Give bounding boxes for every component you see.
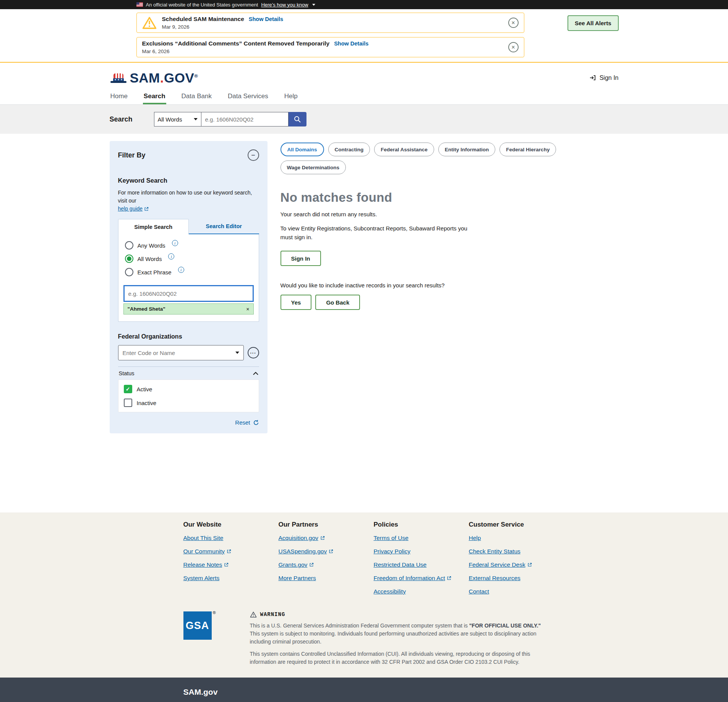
pill-contracting[interactable]: Contracting	[328, 143, 370, 156]
refresh-icon	[253, 420, 259, 426]
federal-organizations-select[interactable]: Enter Code or Name	[118, 345, 244, 360]
alert-exclusions-comments: Exclusions “Additional Comments” Content…	[136, 37, 524, 57]
radio-exact-phrase[interactable]: Exact Phrase i	[123, 268, 254, 276]
close-icon[interactable]: ×	[508, 18, 519, 28]
collapse-filters-button[interactable]: −	[248, 149, 259, 161]
nav-item-data-services[interactable]: Data Services	[227, 88, 269, 104]
radio-button-selected[interactable]	[125, 255, 133, 263]
footer: Our Website About This Site Our Communit…	[0, 512, 728, 678]
footer-col-customer-service: Customer Service Help Check Entity Statu…	[469, 521, 564, 601]
bottom-bar-subtitle: An official website of the U.S. General …	[183, 700, 619, 702]
pill-wage-determinations[interactable]: Wage Determinations	[280, 161, 346, 174]
go-back-button[interactable]: Go Back	[315, 295, 360, 310]
sam-gov-logo[interactable]: SAM.GOV®	[110, 71, 198, 84]
alert-title: Scheduled SAM Maintenance	[162, 16, 244, 23]
footer-link-usaspending-gov[interactable]: USASpending.gov	[279, 548, 334, 555]
radio-button[interactable]	[125, 268, 133, 276]
remove-chip-icon[interactable]: ×	[246, 306, 249, 312]
warning-paragraph-1: This is a U.S. General Services Administ…	[250, 622, 552, 646]
keyword-search-tabs: Simple Search Search Editor	[118, 219, 259, 234]
tab-simple-search[interactable]: Simple Search	[118, 219, 189, 234]
domain-filter-pills: All Domains Contracting Federal Assistan…	[280, 143, 619, 174]
gov-banner: An official website of the United States…	[0, 0, 728, 9]
footer-link-about-this-site[interactable]: About This Site	[183, 535, 224, 541]
check-icon: ✓	[126, 386, 130, 392]
alert-date: Mar 6, 2026	[142, 49, 508, 54]
search-mode-select[interactable]: All Words	[154, 112, 201, 126]
footer-link-external-resources[interactable]: External Resources	[469, 575, 520, 582]
external-link-icon	[447, 576, 451, 580]
gsa-logo: GSA ®	[183, 611, 212, 640]
chevron-up-icon	[253, 372, 258, 375]
keyword-search-input[interactable]	[123, 285, 254, 302]
tab-search-editor[interactable]: Search Editor	[189, 219, 259, 234]
simple-search-panel: Any Words i All Words i Exact Phrase i "…	[118, 234, 259, 322]
nav-item-home[interactable]: Home	[110, 88, 128, 104]
inactive-records-question: Would you like to include inactive recor…	[280, 282, 619, 289]
alert-show-details-link[interactable]: Show Details	[249, 16, 283, 22]
warning-paragraph-2: This system contains Controlled Unclassi…	[250, 650, 552, 666]
footer-link-grants-gov[interactable]: Grants.gov	[279, 561, 314, 568]
footer-link-federal-service-desk[interactable]: Federal Service Desk	[469, 561, 532, 568]
no-matches-heading: No matches found	[280, 190, 619, 205]
footer-link-acquisition-gov[interactable]: Acquisition.gov	[279, 535, 325, 541]
pill-federal-hierarchy[interactable]: Federal Hierarchy	[499, 143, 556, 156]
close-icon[interactable]: ×	[508, 42, 519, 52]
alert-scheduled-maintenance: Scheduled SAM Maintenance Show Details M…	[136, 13, 524, 33]
search-icon	[293, 115, 301, 123]
pill-all-domains[interactable]: All Domains	[280, 143, 324, 156]
footer-link-accessibility[interactable]: Accessibility	[374, 588, 406, 595]
nav-item-search[interactable]: Search	[143, 88, 166, 104]
external-link-icon	[309, 563, 314, 567]
pill-entity-information[interactable]: Entity Information	[438, 143, 496, 156]
yes-button[interactable]: Yes	[280, 295, 312, 310]
search-button[interactable]	[289, 112, 306, 126]
footer-link-check-entity-status[interactable]: Check Entity Status	[469, 548, 520, 555]
footer-link-system-alerts[interactable]: System Alerts	[183, 575, 220, 582]
reset-filters-link[interactable]: Reset	[235, 419, 250, 426]
sign-in-icon	[589, 74, 597, 81]
filter-panel: Filter By − Keyword Search For more info…	[110, 141, 268, 433]
radio-all-words[interactable]: All Words i	[123, 255, 254, 263]
info-icon[interactable]: i	[172, 240, 178, 246]
info-icon[interactable]: i	[178, 267, 184, 273]
status-inactive-row[interactable]: Inactive	[124, 399, 253, 407]
footer-link-our-community[interactable]: Our Community	[183, 548, 232, 555]
status-active-row[interactable]: ✓ Active	[124, 385, 253, 393]
footer-link-more-partners[interactable]: More Partners	[279, 575, 316, 582]
footer-col-policies: Policies Terms of Use Privacy Policy Res…	[374, 521, 469, 601]
external-link-icon	[144, 207, 149, 211]
sign-in-button[interactable]: Sign In	[280, 251, 321, 266]
warning-triangle-icon	[142, 16, 157, 29]
info-icon[interactable]: i	[168, 253, 174, 259]
search-strip: Search All Words	[0, 105, 728, 134]
footer-link-restricted-data-use[interactable]: Restricted Data Use	[374, 561, 427, 568]
banner-how-you-know-link[interactable]: Here’s how you know	[261, 2, 308, 8]
footer-link-help[interactable]: Help	[469, 535, 481, 541]
footer-link-contact[interactable]: Contact	[469, 588, 489, 595]
warning-outline-icon	[250, 611, 257, 618]
pill-federal-assistance[interactable]: Federal Assistance	[374, 143, 434, 156]
help-guide-link[interactable]: help guide	[118, 205, 149, 213]
logo-text: SAM.GOV®	[130, 71, 198, 84]
footer-col-our-website: Our Website About This Site Our Communit…	[183, 521, 279, 601]
see-all-alerts-button[interactable]: See All Alerts	[567, 15, 619, 31]
header-sign-in-link[interactable]: Sign In	[589, 74, 619, 81]
nav-item-data-bank[interactable]: Data Bank	[181, 88, 212, 104]
radio-any-words[interactable]: Any Words i	[123, 241, 254, 250]
footer-link-privacy-policy[interactable]: Privacy Policy	[374, 548, 410, 555]
search-input[interactable]	[201, 112, 289, 126]
checkbox-unchecked[interactable]	[124, 399, 132, 407]
alert-date: Mar 9, 2026	[162, 24, 508, 30]
more-options-button[interactable]: ···	[248, 347, 259, 358]
footer-link-foia[interactable]: Freedom of Information Act	[374, 575, 452, 582]
federal-organizations-title: Federal Organizations	[118, 333, 259, 340]
checkbox-checked[interactable]: ✓	[124, 385, 132, 393]
status-section-toggle[interactable]: Status	[118, 366, 259, 379]
keyword-search-title: Keyword Search	[118, 177, 259, 184]
footer-link-release-notes[interactable]: Release Notes	[183, 561, 229, 568]
nav-item-help[interactable]: Help	[284, 88, 298, 104]
radio-button[interactable]	[125, 241, 133, 250]
alert-show-details-link[interactable]: Show Details	[334, 41, 368, 47]
footer-link-terms-of-use[interactable]: Terms of Use	[374, 535, 409, 541]
